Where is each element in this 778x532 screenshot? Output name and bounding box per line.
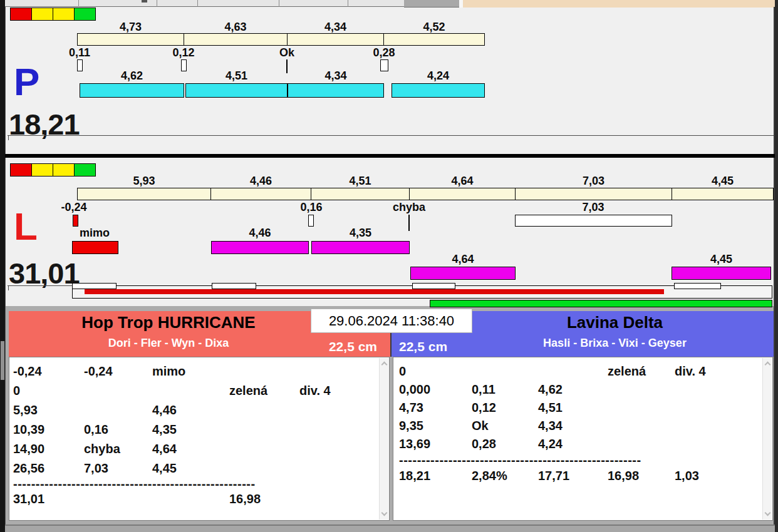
p-split-bar-segment xyxy=(77,33,184,46)
p-split-time-label: 4,52 xyxy=(397,21,472,33)
lane-p-traffic-light-yellow-2 xyxy=(53,8,75,21)
l-exchange-bar-long xyxy=(515,215,672,227)
team-right-result-cell: 0 xyxy=(399,364,406,379)
p-split-bar-segment xyxy=(287,33,384,46)
team-left-scrollbar[interactable] xyxy=(379,358,388,519)
team-right-result-row: 0zelenádiv. 4 xyxy=(393,364,744,379)
lane-p-label: P xyxy=(14,63,39,101)
l-split-bar-segment xyxy=(311,188,410,200)
bottom-status-strip xyxy=(5,524,775,532)
team-left-result-total-cell: 16,98 xyxy=(229,492,261,506)
team-right-result-total-cell: 17,71 xyxy=(538,469,569,483)
team-left-result-cell: 4,46 xyxy=(152,403,177,417)
p-run-bar xyxy=(288,83,384,98)
team-right-result-total-cell: 2,84% xyxy=(472,469,507,483)
l-split-time-label: 4,46 xyxy=(224,175,299,187)
p-run-bar xyxy=(80,83,184,98)
team-left-result-row: 5,934,46 xyxy=(9,403,360,418)
taskbar-segment-divider xyxy=(197,0,198,7)
p-split-time-label: 4,73 xyxy=(93,21,169,33)
team-left-result-cell: 4,64 xyxy=(152,442,177,456)
team-right-result-row: 9,35Ok4,34 xyxy=(393,419,744,434)
lane-p-traffic-light-green xyxy=(74,8,96,21)
left-screen-edge xyxy=(0,0,5,532)
taskbar-segment-divider xyxy=(78,0,79,7)
team-right-result-cell: 13,69 xyxy=(399,437,430,451)
lane-p-traffic-light-yellow-1 xyxy=(31,8,53,21)
p-exchange-time-label: 0,12 xyxy=(149,46,218,59)
track-marker-box xyxy=(212,283,256,289)
background-taskbar-dark-segment xyxy=(404,0,459,8)
team-left-result-row: -0,24-0,24mimo xyxy=(9,364,360,379)
scroll-down-arrow-icon[interactable] xyxy=(381,510,388,516)
l-split-time-label: 7,03 xyxy=(556,175,631,187)
taskbar-segment-divider xyxy=(279,0,279,7)
l-split-time-label: 4,64 xyxy=(425,175,500,187)
l-exchange-time-label: chyba xyxy=(375,201,443,213)
team-left-result-total-cell: 31,01 xyxy=(13,492,44,506)
l-split-bar-segment xyxy=(409,188,516,200)
team-right-name: Lavina Delta xyxy=(464,313,765,332)
l-split-time-label: 4,51 xyxy=(323,175,398,187)
main-window-right-border xyxy=(774,7,775,524)
team-right-result-total-cell: 18,21 xyxy=(399,469,430,483)
l-run-bar xyxy=(672,267,771,280)
team-right-result-cell: 4,51 xyxy=(538,401,563,415)
l-fault-label: mimo xyxy=(60,227,129,239)
background-window-peach xyxy=(463,0,775,8)
p-run-bar xyxy=(185,83,288,98)
p-run-time-label: 4,24 xyxy=(401,69,476,82)
team-right-result-separator-line: ----------------------------------------… xyxy=(399,453,641,468)
l-split-bar-segment xyxy=(672,188,774,200)
p-exchange-tick xyxy=(380,59,388,71)
lane-p-traffic-light-red xyxy=(10,8,32,21)
l-exchange-tick xyxy=(408,215,410,231)
team-left-result-cell: 14,90 xyxy=(13,442,44,456)
scroll-down-arrow-icon[interactable] xyxy=(765,510,771,516)
l-run-time-label: 4,35 xyxy=(323,227,398,239)
team-right-result-cell: 4,24 xyxy=(538,437,563,451)
team-left-result-cell: chyba xyxy=(84,442,120,456)
p-exchange-time-label: Ok xyxy=(252,46,321,59)
lane-l-total-time: 31,01 xyxy=(9,258,80,288)
l-run-time-label: 4,45 xyxy=(684,253,759,265)
l-exchange-tick xyxy=(308,215,314,227)
p-split-time-label: 4,63 xyxy=(198,21,273,33)
scroll-up-arrow-icon[interactable] xyxy=(765,362,771,368)
team-left-result-cell: -0,24 xyxy=(84,364,113,379)
team-left-result-separator-line: ----------------------------------------… xyxy=(13,477,256,491)
team-left-result-cell: 4,35 xyxy=(152,422,177,437)
p-baseline-tick xyxy=(8,136,9,140)
team-left-results-list[interactable]: -0,24-0,24mimo0zelenádiv. 45,934,4610,39… xyxy=(9,357,390,521)
lane-divider xyxy=(5,154,775,158)
progress-bar-green xyxy=(430,300,772,307)
team-left-result-cell: div. 4 xyxy=(299,384,331,398)
team-right-result-total-row: 18,212,84%17,7116,981,03 xyxy=(393,469,744,484)
l-split-bar-segment xyxy=(515,188,672,200)
team-left-result-row: 14,90chyba4,64 xyxy=(9,442,360,457)
lane-l-traffic-light-yellow-2 xyxy=(53,163,75,176)
p-exchange-tick xyxy=(77,59,83,71)
left-edge-item xyxy=(1,341,4,380)
l-run-bar xyxy=(211,241,309,254)
datetime-display: 29.06.2024 11:38:40 xyxy=(311,309,472,333)
team-left-result-total-row: 31,0116,98 xyxy=(9,492,360,507)
team-right-scrollbar[interactable] xyxy=(762,358,772,519)
l-exchange-time-label: 7,03 xyxy=(559,201,628,213)
l-exchange-time-label: 0,16 xyxy=(277,201,346,213)
team-left-result-cell: 10,39 xyxy=(13,422,44,437)
timing-app-window: P 18,21 L 31,01 Hop Trop HURRICANE Dori … xyxy=(0,0,778,532)
scroll-up-arrow-icon[interactable] xyxy=(381,362,388,368)
team-left-result-cell: 0 xyxy=(13,384,20,398)
team-right-results-list[interactable]: 0zelenádiv. 40,0000,114,624,730,124,519,… xyxy=(393,357,773,521)
l-fault-bar xyxy=(72,241,118,254)
p-split-time-label: 4,34 xyxy=(298,21,373,33)
team-right-result-cell: 0,12 xyxy=(472,401,496,415)
team-left-result-cell: 7,03 xyxy=(84,461,108,476)
team-left-result-cell: zelená xyxy=(229,384,267,398)
team-left-result-cell: mimo xyxy=(152,364,185,379)
team-left-result-cell: 4,45 xyxy=(152,461,177,476)
p-split-bar-segment xyxy=(184,33,288,46)
taskbar-mark xyxy=(142,0,147,3)
team-left-name: Hop Trop HURRICANE xyxy=(18,313,319,332)
